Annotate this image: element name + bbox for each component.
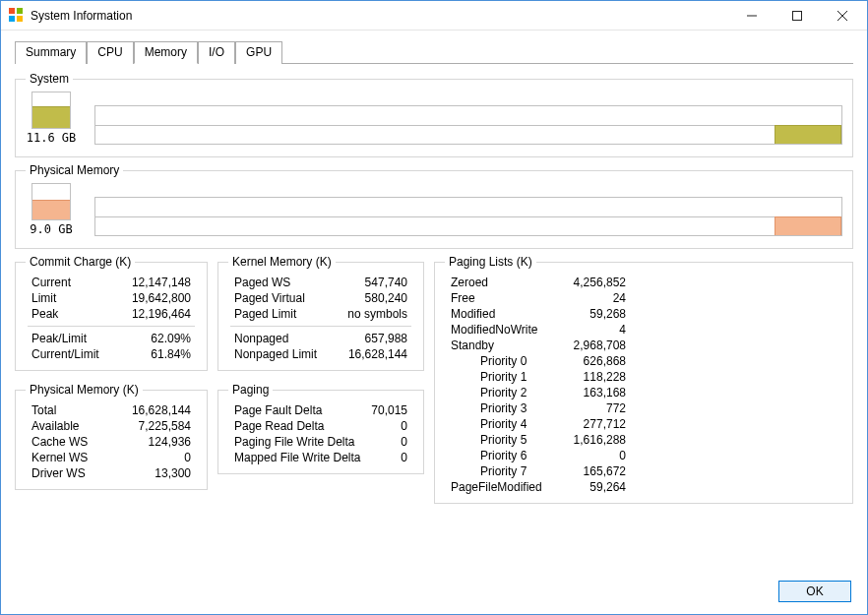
system-meter-value: 11.6 GB bbox=[27, 131, 77, 145]
kernel-paged-ws-row: Paged WS547,740 bbox=[228, 275, 413, 290]
page-read-delta-row: Page Read Delta0 bbox=[228, 418, 413, 434]
physmem-history-chart bbox=[94, 197, 842, 236]
commit-current-row: Current12,147,148 bbox=[26, 275, 197, 290]
priority-0-row: Priority 0626,868 bbox=[445, 353, 632, 369]
commit-current-limit-row: Current/Limit61.84% bbox=[26, 346, 197, 362]
kernel-paged-limit-row: Paged Limitno symbols bbox=[228, 306, 413, 322]
page-file-modified-row: PageFileModified59,264 bbox=[445, 479, 632, 495]
physmem-available-row: Available7,225,584 bbox=[26, 418, 197, 434]
modified-row: Modified59,268 bbox=[445, 306, 632, 322]
kernel-memory-group: Kernel Memory (K) Paged WS547,740 Paged … bbox=[217, 255, 424, 371]
tab-memory[interactable]: Memory bbox=[134, 41, 198, 64]
svg-rect-1 bbox=[793, 11, 802, 20]
system-meter-cube bbox=[31, 92, 71, 129]
physical-memory-k-group: Physical Memory (K) Total16,628,144 Avai… bbox=[15, 383, 208, 490]
tab-gpu[interactable]: GPU bbox=[235, 41, 282, 64]
kernel-nonpaged-limit-row: Nonpaged Limit16,628,144 bbox=[228, 346, 413, 362]
tab-bar: Summary CPU Memory I/O GPU bbox=[15, 40, 853, 64]
mapped-file-write-delta-row: Mapped File Write Delta0 bbox=[228, 450, 413, 465]
commit-peak-limit-row: Peak/Limit62.09% bbox=[26, 331, 197, 346]
priority-4-row: Priority 4277,712 bbox=[445, 416, 632, 432]
commit-charge-legend: Commit Charge (K) bbox=[26, 255, 135, 269]
physical-memory-legend: Physical Memory bbox=[26, 163, 123, 177]
paging-legend: Paging bbox=[228, 383, 273, 397]
maximize-button[interactable] bbox=[775, 1, 820, 31]
ok-button[interactable]: OK bbox=[778, 581, 851, 602]
physmem-driver-row: Driver WS13,300 bbox=[26, 465, 197, 481]
tab-cpu[interactable]: CPU bbox=[87, 41, 133, 64]
page-fault-delta-row: Page Fault Delta70,015 bbox=[228, 402, 413, 418]
physical-memory-k-legend: Physical Memory (K) bbox=[26, 383, 143, 397]
system-group: System 11.6 GB bbox=[15, 72, 853, 157]
zeroed-row: Zeroed4,256,852 bbox=[445, 275, 632, 290]
priority-6-row: Priority 60 bbox=[445, 448, 632, 463]
titlebar: System Information bbox=[1, 1, 867, 31]
window-title: System Information bbox=[31, 9, 729, 23]
commit-charge-group: Commit Charge (K) Current12,147,148 Limi… bbox=[15, 255, 208, 371]
commit-peak-row: Peak12,196,464 bbox=[26, 306, 197, 322]
kernel-paged-virtual-row: Paged Virtual580,240 bbox=[228, 290, 413, 306]
close-button[interactable] bbox=[820, 1, 865, 31]
priority-1-row: Priority 1118,228 bbox=[445, 369, 632, 385]
priority-2-row: Priority 2163,168 bbox=[445, 385, 632, 400]
commit-limit-row: Limit19,642,800 bbox=[26, 290, 197, 306]
paging-group: Paging Page Fault Delta70,015 Page Read … bbox=[217, 383, 424, 474]
priority-3-row: Priority 3772 bbox=[445, 400, 632, 416]
tab-summary[interactable]: Summary bbox=[15, 41, 87, 64]
paging-file-write-delta-row: Paging File Write Delta0 bbox=[228, 434, 413, 450]
kernel-memory-legend: Kernel Memory (K) bbox=[228, 255, 336, 269]
paging-lists-group: Paging Lists (K) Zeroed4,256,852 Free24 … bbox=[434, 255, 853, 504]
tab-io[interactable]: I/O bbox=[198, 41, 235, 64]
physmem-meter-cube bbox=[31, 183, 71, 220]
system-history-chart bbox=[94, 105, 842, 145]
physical-memory-group: Physical Memory 9.0 GB bbox=[15, 163, 853, 249]
physmem-cache-row: Cache WS124,936 bbox=[26, 434, 197, 450]
standby-row: Standby2,968,708 bbox=[445, 338, 632, 353]
physmem-kernel-row: Kernel WS0 bbox=[26, 450, 197, 465]
modified-no-write-row: ModifiedNoWrite4 bbox=[445, 322, 632, 338]
priority-7-row: Priority 7165,672 bbox=[445, 463, 632, 479]
kernel-nonpaged-row: Nonpaged657,988 bbox=[228, 331, 413, 346]
minimize-button[interactable] bbox=[729, 1, 775, 31]
paging-lists-legend: Paging Lists (K) bbox=[445, 255, 536, 269]
app-icon bbox=[9, 8, 25, 24]
free-row: Free24 bbox=[445, 290, 632, 306]
physmem-total-row: Total16,628,144 bbox=[26, 402, 197, 418]
priority-5-row: Priority 51,616,288 bbox=[445, 432, 632, 448]
physmem-meter-value: 9.0 GB bbox=[30, 222, 72, 236]
system-legend: System bbox=[26, 72, 73, 86]
